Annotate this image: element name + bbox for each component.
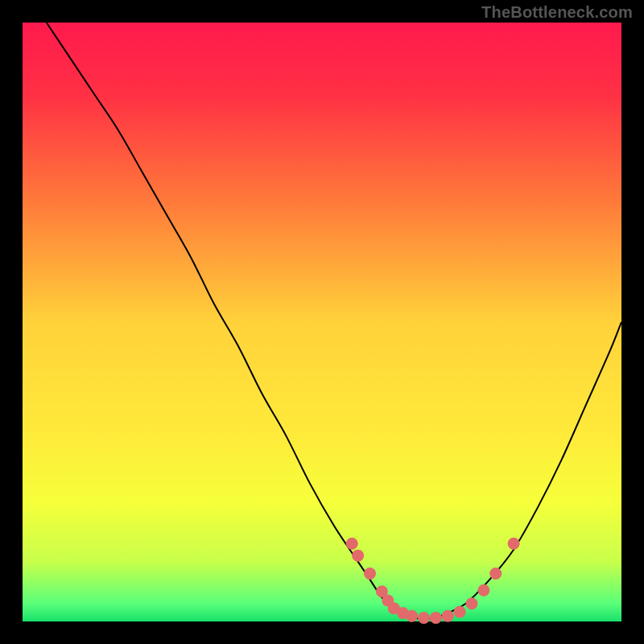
highlight-dot — [418, 612, 430, 624]
highlight-dot — [352, 550, 364, 562]
highlight-dot — [489, 568, 502, 580]
highlight-dot — [406, 610, 418, 622]
highlight-dot — [454, 606, 466, 618]
bottleneck-curve — [47, 23, 621, 619]
highlight-dot — [364, 568, 376, 580]
highlight-dot — [442, 610, 454, 622]
highlight-dot — [466, 597, 478, 609]
bottleneck-chart-svg — [23, 23, 621, 621]
highlight-dot — [346, 538, 358, 550]
highlight-dots-group — [346, 538, 520, 624]
chart-frame: TheBottleneck.com — [0, 0, 644, 644]
highlight-dot — [477, 584, 489, 597]
highlight-dot — [508, 538, 520, 550]
highlight-dot — [430, 612, 442, 624]
watermark-text: TheBottleneck.com — [481, 3, 633, 22]
